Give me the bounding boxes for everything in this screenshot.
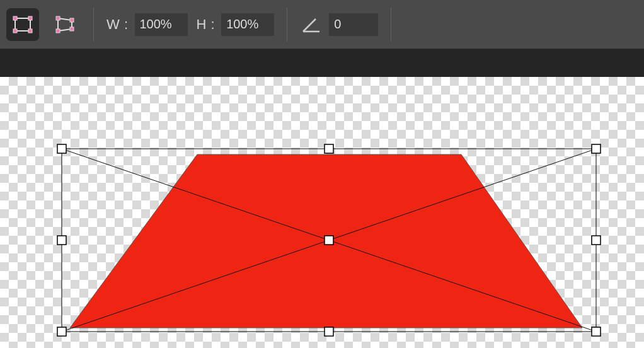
angle-field-group [300,13,378,36]
secondary-bar [0,49,644,77]
height-field-group: H : [197,13,275,36]
handle-center[interactable] [325,236,333,245]
handle-bottom-center[interactable] [325,327,333,336]
svg-rect-8 [70,27,74,31]
svg-rect-9 [56,29,60,33]
handle-top-center[interactable] [325,144,333,153]
height-input[interactable] [221,13,274,36]
svg-rect-2 [28,16,32,20]
svg-rect-1 [13,16,17,20]
angle-icon [300,13,323,36]
handle-top-right[interactable] [592,144,601,153]
svg-rect-7 [70,18,74,22]
width-label: W : [106,16,129,33]
free-transform-toggle[interactable] [6,8,39,41]
perspective-transform-toggle[interactable] [48,8,81,41]
svg-rect-6 [56,16,60,20]
height-label: H : [197,16,216,33]
handle-top-left[interactable] [57,144,66,153]
perspective-transform-icon [53,13,76,36]
free-transform-icon [11,13,34,36]
separator [93,8,94,42]
canvas-overlay [0,77,644,348]
separator [391,8,391,42]
separator [287,8,287,42]
svg-rect-0 [15,18,30,31]
svg-rect-3 [13,29,17,33]
handle-bottom-left[interactable] [57,327,66,336]
width-input[interactable] [135,13,188,36]
width-field-group: W : [106,13,188,36]
handle-bottom-right[interactable] [592,327,601,336]
svg-rect-4 [28,29,32,33]
handle-mid-left[interactable] [57,236,66,245]
app-root: W : H : [0,0,644,348]
angle-input[interactable] [329,13,378,36]
handle-mid-right[interactable] [592,236,601,245]
transform-options-bar: W : H : [0,0,644,49]
canvas[interactable] [0,77,644,348]
